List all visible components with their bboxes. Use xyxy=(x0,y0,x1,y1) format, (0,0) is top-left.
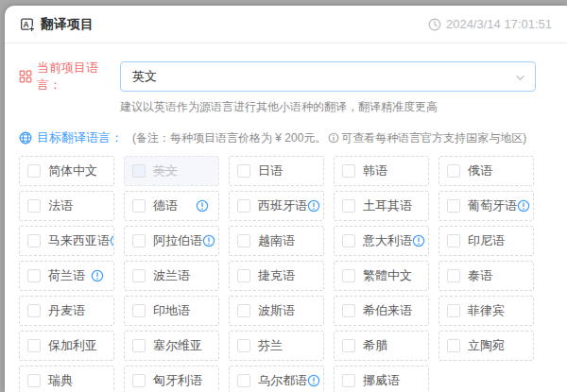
language-option[interactable]: 越南语 xyxy=(229,226,324,256)
checkbox[interactable] xyxy=(342,339,355,352)
language-option[interactable]: 简体中文 xyxy=(19,156,114,186)
clock-icon xyxy=(428,18,441,31)
card-header: A 翻译项目 2024/3/14 17:01:51 xyxy=(5,6,567,43)
timestamp: 2024/3/14 17:01:51 xyxy=(446,17,552,31)
language-option-label: 简体中文 xyxy=(48,162,97,179)
checkbox xyxy=(132,164,146,178)
language-option[interactable]: 乌尔都语 xyxy=(229,366,324,392)
info-circle-icon[interactable] xyxy=(110,234,114,247)
language-option[interactable]: 荷兰语 xyxy=(19,261,114,291)
language-option-label: 乌尔都语 xyxy=(258,372,307,389)
checkbox[interactable] xyxy=(237,199,250,213)
language-option-label: 波斯语 xyxy=(258,302,295,319)
language-option[interactable]: 日语 xyxy=(229,156,324,186)
checkbox[interactable] xyxy=(237,164,250,178)
language-option[interactable]: 挪威语 xyxy=(334,366,429,392)
language-option[interactable]: 塞尔维亚 xyxy=(124,331,219,361)
checkbox[interactable] xyxy=(27,269,41,282)
checkbox[interactable] xyxy=(27,199,41,213)
checkbox[interactable] xyxy=(132,304,146,317)
language-option[interactable]: 芬兰 xyxy=(229,331,324,361)
info-circle-icon[interactable] xyxy=(307,374,320,387)
language-option[interactable]: 繁體中文 xyxy=(334,261,429,291)
checkbox[interactable] xyxy=(342,269,355,282)
checkbox[interactable] xyxy=(447,339,460,352)
language-option-label: 英文 xyxy=(153,162,178,179)
language-option[interactable]: 印尼语 xyxy=(438,226,534,256)
info-circle-icon xyxy=(327,132,340,144)
checkbox[interactable] xyxy=(27,374,41,387)
language-option[interactable]: 波兰语 xyxy=(124,261,219,291)
checkbox[interactable] xyxy=(447,304,460,317)
translate-icon: A xyxy=(20,17,35,32)
language-option-label: 捷克语 xyxy=(258,267,295,284)
language-option[interactable]: 瑞典 xyxy=(19,366,114,392)
language-option[interactable]: 意大利语 xyxy=(334,226,429,256)
checkbox[interactable] xyxy=(237,234,250,247)
checkbox[interactable] xyxy=(342,199,355,213)
language-option[interactable]: 立陶宛 xyxy=(438,331,534,361)
checkbox[interactable] xyxy=(447,164,460,178)
checkbox[interactable] xyxy=(447,234,460,247)
info-circle-icon[interactable] xyxy=(517,199,530,213)
checkbox[interactable] xyxy=(447,199,460,213)
language-option-label: 立陶宛 xyxy=(468,337,505,354)
selected-language: 英文 xyxy=(132,68,157,85)
checkbox[interactable] xyxy=(132,199,146,213)
language-option-label: 菲律宾 xyxy=(468,302,505,319)
language-option[interactable]: 西班牙语 xyxy=(229,191,324,221)
language-option[interactable]: 菲律宾 xyxy=(438,296,534,326)
checkbox[interactable] xyxy=(342,374,355,387)
language-option-label: 瑞典 xyxy=(48,372,73,389)
language-option[interactable]: 匈牙利语 xyxy=(124,366,219,392)
checkbox[interactable] xyxy=(237,269,250,282)
checkbox[interactable] xyxy=(237,339,250,352)
checkbox[interactable] xyxy=(132,339,146,352)
language-option-label: 挪威语 xyxy=(363,372,400,389)
checkbox[interactable] xyxy=(237,304,250,317)
language-option[interactable]: 印地语 xyxy=(124,296,219,326)
info-circle-icon[interactable] xyxy=(196,199,209,213)
language-option[interactable]: 保加利亚 xyxy=(19,331,114,361)
language-option[interactable]: 土耳其语 xyxy=(334,191,429,221)
checkbox[interactable] xyxy=(27,164,41,178)
language-option[interactable]: 俄语 xyxy=(438,156,534,186)
checkbox[interactable] xyxy=(132,374,146,387)
checkbox[interactable] xyxy=(132,234,146,247)
language-option[interactable]: 希腊 xyxy=(334,331,429,361)
checkbox[interactable] xyxy=(27,304,41,317)
language-option[interactable]: 韩语 xyxy=(334,156,429,186)
checkbox[interactable] xyxy=(237,374,250,387)
checkbox[interactable] xyxy=(27,339,41,352)
language-option-label: 法语 xyxy=(48,197,73,214)
checkbox[interactable] xyxy=(132,269,146,282)
info-circle-icon[interactable] xyxy=(91,269,104,282)
checkbox[interactable] xyxy=(342,164,355,178)
translation-project-card: A 翻译项目 2024/3/14 17:01:51 xyxy=(5,6,567,392)
language-option[interactable]: 阿拉伯语 xyxy=(124,226,219,256)
checkbox[interactable] xyxy=(447,269,460,282)
source-language-select[interactable]: 英文 xyxy=(120,61,536,92)
info-circle-icon[interactable] xyxy=(202,234,215,247)
language-option[interactable]: 丹麦语 xyxy=(19,296,114,326)
info-circle-icon[interactable] xyxy=(307,199,320,213)
language-option-label: 德语 xyxy=(153,197,178,214)
checkbox[interactable] xyxy=(27,234,41,247)
checkbox[interactable] xyxy=(342,234,355,247)
language-option-label: 丹麦语 xyxy=(48,302,85,319)
language-option[interactable]: 希伯来语 xyxy=(334,296,429,326)
language-option[interactable]: 葡萄牙语 xyxy=(438,191,534,221)
target-language-row: 目标翻译语言： (备注：每种项目语言价格为 ¥ 200元。 可查看每种语言官方支… xyxy=(5,129,567,146)
language-option[interactable]: 波斯语 xyxy=(229,296,324,326)
language-option[interactable]: 德语 xyxy=(124,191,219,221)
language-option-label: 韩语 xyxy=(363,162,387,179)
language-option-label: 俄语 xyxy=(468,162,492,179)
info-circle-icon[interactable] xyxy=(412,234,425,247)
language-option-label: 荷兰语 xyxy=(48,267,85,284)
language-option[interactable]: 法语 xyxy=(19,191,114,221)
language-option[interactable]: 捷克语 xyxy=(229,261,324,291)
language-option[interactable]: 泰语 xyxy=(438,261,534,291)
language-option[interactable]: 马来西亚语 xyxy=(19,226,114,256)
checkbox[interactable] xyxy=(342,304,355,317)
language-option-label: 希腊 xyxy=(363,337,387,354)
